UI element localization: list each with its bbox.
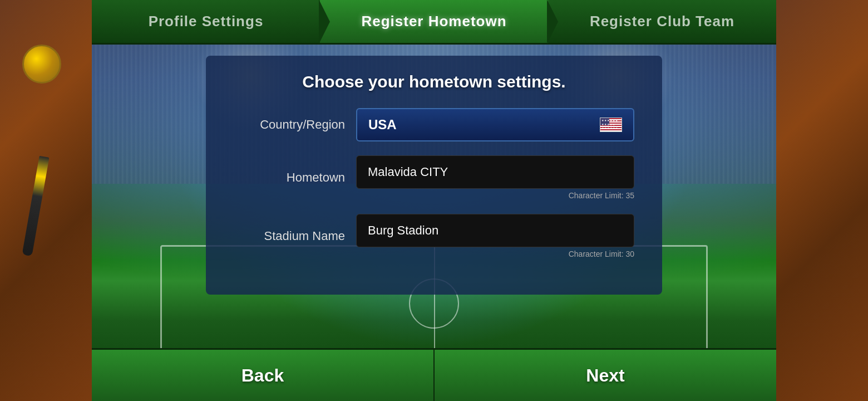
hometown-row: Hometown Character Limit: 35	[234, 155, 634, 200]
nav-arrow-1	[319, 0, 330, 44]
wood-decoration-right	[773, 0, 868, 401]
form-container: Choose your hometown settings. Country/R…	[206, 56, 662, 295]
country-value: USA	[368, 117, 593, 133]
country-input-wrap: USA ★★★★★★★★★★★★★★★★★★★★★★	[356, 108, 634, 141]
bottom-buttons: Back Next	[92, 348, 776, 401]
pen-decoration	[22, 156, 50, 256]
nav-item-register-club-team[interactable]: Register Club Team	[548, 0, 776, 43]
stadium-char-limit: Character Limit: 30	[356, 250, 634, 258]
wood-decoration-left	[0, 0, 95, 401]
stadium-input[interactable]	[356, 214, 634, 247]
usa-flag-icon: ★★★★★★★★★★★★★★★★★★★★★★	[600, 118, 622, 132]
stadium-label: Stadium Name	[234, 229, 356, 243]
hometown-char-limit: Character Limit: 35	[356, 191, 634, 200]
nav-arrow-2	[547, 0, 558, 44]
back-button[interactable]: Back	[92, 350, 435, 401]
form-title: Choose your hometown settings.	[234, 72, 634, 91]
next-button[interactable]: Next	[435, 350, 776, 401]
hometown-input[interactable]	[356, 155, 634, 189]
nav-item-profile-settings[interactable]: Profile Settings	[92, 0, 320, 43]
main-content: Profile Settings Register Hometown Regis…	[92, 0, 776, 401]
nav-item-register-hometown[interactable]: Register Hometown	[320, 0, 548, 43]
navigation-bar: Profile Settings Register Hometown Regis…	[92, 0, 776, 45]
country-label: Country/Region	[234, 118, 356, 132]
coin-decoration	[22, 45, 61, 84]
stadium-row: Stadium Name Character Limit: 30	[234, 214, 634, 258]
stadium-input-wrap: Character Limit: 30	[356, 214, 634, 258]
country-region-row: Country/Region USA ★★★★★★★★★★★★★★★★★★★★★…	[234, 108, 634, 141]
country-selector[interactable]: USA ★★★★★★★★★★★★★★★★★★★★★★	[356, 108, 634, 141]
hometown-label: Hometown	[234, 170, 356, 185]
hometown-input-wrap: Character Limit: 35	[356, 155, 634, 200]
